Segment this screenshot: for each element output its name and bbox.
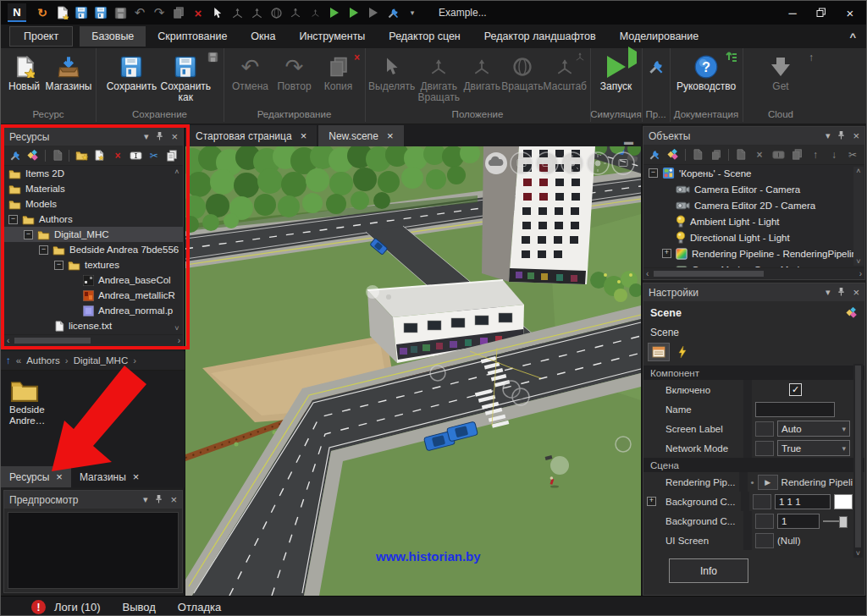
up-icon[interactable]: ↑ xyxy=(6,355,11,366)
section-component[interactable]: Компонент xyxy=(643,366,864,380)
tree-item[interactable]: −textures xyxy=(4,257,183,272)
tab-stores[interactable]: Магазины× xyxy=(71,466,148,487)
new-button[interactable]: Новый xyxy=(5,52,44,92)
tab-project[interactable]: Проект xyxy=(9,26,73,47)
tab-start-page[interactable]: Стартовая страница× xyxy=(185,125,317,146)
preview-panel-header[interactable]: Предпросмотр ▾ × xyxy=(4,491,182,509)
play-icon[interactable] xyxy=(327,5,342,20)
name-input[interactable] xyxy=(755,402,835,417)
info-button[interactable]: Info xyxy=(669,558,748,583)
objects-panel-header[interactable]: Объекты ▾ × xyxy=(643,127,864,145)
rename-icon[interactable] xyxy=(130,149,142,162)
move-button[interactable]: Двигать xyxy=(462,52,501,92)
display-options-icon[interactable] xyxy=(846,307,858,322)
cut-icon[interactable]: ✂ xyxy=(147,149,160,162)
folder-icon[interactable] xyxy=(710,148,723,162)
tree-horizontal-scrollbar[interactable]: ‹› xyxy=(4,334,183,346)
move-up-icon[interactable]: ↑ xyxy=(809,148,822,162)
section-scene[interactable]: Сцена xyxy=(643,458,864,472)
delete-icon[interactable]: × xyxy=(191,5,206,20)
tree-vertical-scrollbar[interactable]: ˄˅ xyxy=(853,167,864,266)
settings-panel-header[interactable]: Настройки ▾ × xyxy=(643,283,864,301)
open-icon[interactable] xyxy=(51,149,64,162)
select-icon[interactable] xyxy=(210,5,225,20)
close-button[interactable]: × xyxy=(837,3,863,22)
save-as-button[interactable]: Сохранить как xyxy=(158,52,213,103)
tree-item[interactable]: Directional Light - Light xyxy=(643,229,864,245)
panel-menu-icon[interactable]: ▾ xyxy=(826,287,831,298)
tree-item[interactable]: Camera Editor - Camera xyxy=(643,181,864,197)
position-extra-icon[interactable] xyxy=(575,52,585,64)
close-icon[interactable]: × xyxy=(133,470,140,483)
pin-icon[interactable] xyxy=(155,494,163,505)
settings-scrollbar[interactable]: ˅ xyxy=(853,364,863,558)
preview-viewport[interactable] xyxy=(8,512,179,589)
pin-icon[interactable] xyxy=(156,131,163,142)
tree-item[interactable]: Andrea_normal.p xyxy=(4,303,183,318)
breadcrumb-item[interactable]: Digital_MHC xyxy=(74,355,129,366)
close-icon[interactable]: × xyxy=(853,129,859,142)
save-all-icon[interactable] xyxy=(113,5,128,20)
tab-windows[interactable]: Окна xyxy=(239,26,287,47)
upload-small-icon[interactable]: ↑ xyxy=(809,52,814,63)
get-button[interactable]: Get xyxy=(761,52,800,92)
add-icon[interactable] xyxy=(734,148,748,162)
tab-terrain-editor[interactable]: Редактор ландшафтов xyxy=(472,26,608,47)
run-small-icon[interactable] xyxy=(628,52,637,63)
new-resource-icon[interactable] xyxy=(93,149,106,162)
play-alt-icon[interactable] xyxy=(346,5,362,20)
close-icon[interactable]: × xyxy=(301,129,307,142)
display-options-icon[interactable] xyxy=(666,148,680,162)
tab-resources[interactable]: Ресурсы× xyxy=(1,466,71,487)
logs-button[interactable]: Логи (10) xyxy=(54,601,101,613)
close-icon[interactable]: × xyxy=(170,493,177,506)
scale-icon[interactable] xyxy=(288,5,303,20)
tree-item[interactable]: −'Корень' - Scene xyxy=(643,165,864,181)
panel-menu-icon[interactable]: ▾ xyxy=(826,130,831,141)
default-button[interactable] xyxy=(753,494,771,509)
new-resource-icon[interactable] xyxy=(54,5,69,20)
enabled-checkbox[interactable]: ✓ xyxy=(789,383,802,396)
tab-list-icon[interactable]: ▬ xyxy=(624,136,633,146)
restore-button[interactable] xyxy=(809,3,834,22)
redo-icon[interactable]: ↷ xyxy=(152,5,167,20)
settings-icon[interactable] xyxy=(8,149,21,162)
tree-item[interactable]: Ambient Light - Light xyxy=(643,213,864,229)
tree-item[interactable]: Andrea_baseCol xyxy=(4,272,183,288)
tree-item[interactable]: Items 2D xyxy=(4,166,183,181)
tree-vertical-scrollbar[interactable]: ˄˅ xyxy=(172,168,182,333)
delete-small-icon[interactable]: × xyxy=(354,52,360,63)
color-swatch[interactable] xyxy=(834,494,853,509)
output-button[interactable]: Вывод xyxy=(123,601,156,613)
stores-button[interactable]: Магазины xyxy=(46,52,92,92)
resources-panel-header[interactable]: Ресурсы ▾ × xyxy=(4,128,183,146)
save-button[interactable]: Сохранить xyxy=(107,52,157,92)
background-color-input[interactable]: 1 1 1 xyxy=(775,494,831,509)
select-objects-button[interactable]: Выделять xyxy=(368,52,415,92)
delete-icon[interactable]: × xyxy=(753,148,766,162)
background-multiplier-input[interactable]: 1 xyxy=(777,514,820,529)
save-all-small-icon[interactable] xyxy=(207,52,218,65)
debug-button[interactable]: Отладка xyxy=(178,601,221,613)
pin-icon[interactable] xyxy=(837,130,845,141)
panel-menu-icon[interactable]: ▾ xyxy=(143,494,148,505)
tree-item[interactable]: Models xyxy=(4,196,183,212)
copy-icon[interactable] xyxy=(790,148,803,162)
undo-button[interactable]: ↶ Отмена xyxy=(231,52,270,92)
events-mode-button[interactable] xyxy=(672,344,693,360)
reference-button[interactable]: ▶ xyxy=(758,475,778,490)
tab-modeling[interactable]: Моделирование xyxy=(608,26,711,47)
duplicate-icon[interactable] xyxy=(171,5,186,20)
tools-icon[interactable] xyxy=(385,5,400,20)
tab-basic[interactable]: Базовые xyxy=(80,26,146,47)
value-slider[interactable] xyxy=(823,520,845,522)
expand-icon[interactable]: + xyxy=(647,497,656,506)
redo-button[interactable]: ↷ Повтор xyxy=(275,52,314,92)
default-button[interactable] xyxy=(755,514,774,529)
app-logo-icon[interactable]: N xyxy=(8,3,26,22)
delete-icon[interactable]: × xyxy=(111,149,124,162)
file-item-folder[interactable]: Bedside Andre… xyxy=(9,377,64,426)
default-button[interactable] xyxy=(755,533,774,548)
save-as-icon[interactable] xyxy=(93,5,108,20)
tab-new-scene[interactable]: New.scene× xyxy=(318,125,403,146)
